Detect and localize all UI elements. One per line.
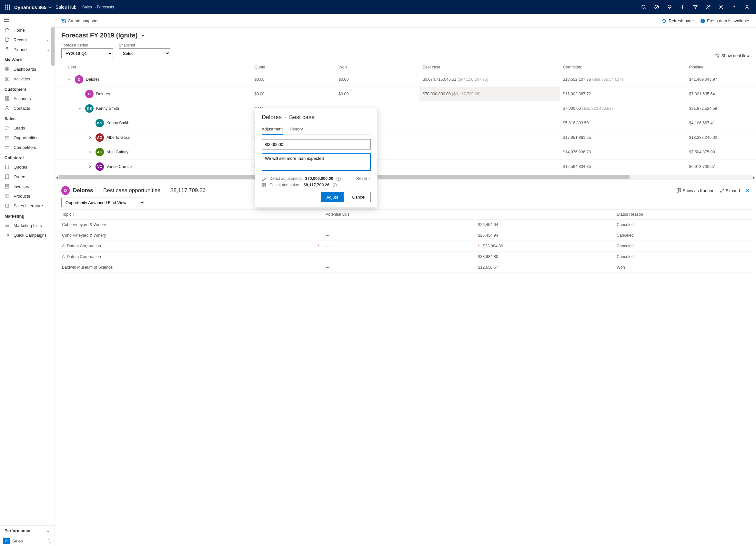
add-icon[interactable]	[676, 0, 689, 14]
expand-icon[interactable]	[68, 78, 72, 81]
show-kanban-button[interactable]: Show as Kanban	[677, 188, 714, 193]
info-icon[interactable]: i	[337, 177, 341, 181]
app-launcher-icon[interactable]	[3, 2, 13, 12]
refresh-button[interactable]: Refresh page	[661, 18, 694, 24]
table-row[interactable]: A. Datum Corporation * --- * $33,984.80 …	[59, 241, 752, 251]
table-row[interactable]: KSKenny Smith $0.00 $5,816,803.50 $4,106…	[55, 116, 756, 130]
cell-best[interactable]	[419, 116, 560, 130]
lightbulb-icon[interactable]	[663, 0, 676, 14]
tab-adjustment[interactable]: Adjustment	[262, 125, 283, 135]
nav-quotes[interactable]: Quotes	[0, 162, 55, 172]
nav-marketing-lists[interactable]: Marketing Lists	[0, 220, 55, 230]
app-name[interactable]: Sales Hub	[55, 5, 76, 10]
gear-icon[interactable]	[715, 0, 728, 14]
adjustment-value-input[interactable]	[262, 139, 371, 149]
svg-point-28	[6, 106, 8, 108]
close-icon[interactable]	[746, 188, 750, 192]
col-committed[interactable]: Committed	[560, 62, 686, 72]
brand-label[interactable]: Dynamics 365	[14, 5, 46, 10]
breadcrumb-sales[interactable]: Sales	[82, 5, 92, 9]
col-won[interactable]: Won	[335, 62, 419, 72]
expand-icon[interactable]	[88, 136, 93, 139]
nav-home[interactable]: Home	[0, 25, 55, 35]
col-best[interactable]: Best case	[419, 62, 560, 72]
hamburger-icon[interactable]	[0, 14, 55, 25]
cell-best[interactable]	[419, 159, 560, 174]
cancel-button[interactable]: Cancel	[347, 192, 371, 202]
svg-point-1	[7, 5, 8, 6]
nav-accounts[interactable]: Accounts	[0, 94, 55, 103]
nav-competitors[interactable]: Competitors	[0, 142, 55, 152]
cell-best[interactable]	[419, 101, 560, 116]
col-revenue[interactable]	[475, 209, 613, 219]
col-status[interactable]: Status Reason	[613, 209, 752, 219]
table-row[interactable]: AGAbel Gainey $0.00 $14,976,936.73 $7,50…	[55, 145, 756, 159]
nav-leads[interactable]: Leads	[0, 123, 55, 133]
adjust-button[interactable]: Adjust	[321, 192, 343, 202]
table-row[interactable]: KSKenny Smith $0.00 $7,000.00($51,310,43…	[55, 101, 756, 116]
area-badge: S	[3, 538, 10, 544]
tab-history[interactable]: History	[290, 125, 303, 134]
cell-pipeline: $6,973,736.07	[686, 159, 756, 174]
table-row[interactable]: AGAlberto Gass $0.00 $17,951,861.55 $13,…	[55, 130, 756, 145]
snapshot-select[interactable]: Select	[119, 48, 170, 58]
help-icon[interactable]	[728, 0, 741, 14]
search-icon[interactable]	[637, 0, 650, 14]
cell-customer: ---	[322, 251, 475, 262]
create-snapshot-button[interactable]: Create snapshot	[61, 18, 98, 23]
table-row[interactable]: DDelores $0.00 $0.00 $3,074,715,045.51($…	[55, 72, 756, 87]
nav-saleslit[interactable]: Sales Literature	[0, 201, 55, 210]
nav-dashboards[interactable]: Dashboards	[0, 64, 55, 74]
table-row[interactable]: Coho Vineyard & Winery --- $26,454.94 Ca…	[59, 219, 752, 230]
table-row[interactable]: Coho Vineyard & Winery --- $26,454.94 Ca…	[59, 230, 752, 241]
nav-products[interactable]: Products	[0, 191, 55, 201]
info-icon[interactable]: i	[333, 183, 337, 187]
col-pipeline[interactable]: Pipeline	[686, 62, 756, 72]
task-icon[interactable]	[650, 0, 663, 14]
cell-best[interactable]	[419, 130, 560, 145]
view-select[interactable]: Opportunity Advanced Find View	[61, 197, 145, 207]
breadcrumb-forecasts[interactable]: Forecasts	[97, 5, 114, 9]
nav-activities[interactable]: Activities	[0, 74, 55, 84]
col-topic[interactable]: Topic ↑	[59, 209, 322, 219]
chevron-down-icon[interactable]	[48, 5, 52, 9]
cell-best[interactable]	[419, 145, 560, 159]
nav-recent[interactable]: Recent⌄	[0, 35, 55, 45]
col-quota[interactable]: Quota	[251, 62, 335, 72]
expand-icon[interactable]	[88, 150, 93, 154]
expand-button[interactable]: Expand	[720, 188, 740, 193]
col-customer[interactable]: Potential Cus	[322, 209, 475, 219]
table-row[interactable]: VCVance Carrico $0.00 $12,564,834.85 $6,…	[55, 159, 756, 174]
table-row[interactable]: DDelores $0.00 $0.00 $70,000,000.00($8,1…	[55, 87, 756, 101]
cell-best[interactable]: $3,074,715,045.51($44,150,247.75)	[419, 72, 560, 87]
sidebar-scrollbar[interactable]	[51, 27, 55, 66]
cell-best[interactable]: $70,000,000.00($8,117,709.26)	[419, 87, 560, 101]
user-name: Delores	[86, 77, 100, 82]
nav-orders[interactable]: Orders	[0, 172, 55, 181]
nav-pinned[interactable]: Pinned⌄	[0, 45, 55, 54]
global-nav: Dynamics 365 Sales Hub Sales › Forecasts	[0, 0, 756, 14]
filter-icon[interactable]	[689, 0, 702, 14]
col-user[interactable]: User	[55, 62, 251, 72]
nav-opportunities[interactable]: Opportunities	[0, 133, 55, 142]
expand-icon[interactable]	[88, 165, 93, 168]
nav-contacts[interactable]: Contacts	[0, 103, 55, 113]
user-icon[interactable]	[741, 0, 753, 14]
table-row[interactable]: Baldwin Museum of Science --- $12,656.57…	[59, 262, 752, 273]
nav-label: Invoices	[14, 184, 29, 189]
nav-quick-campaigns[interactable]: Quick Campaigns	[0, 230, 55, 240]
reset-button[interactable]: Reset	[356, 176, 371, 181]
people-icon[interactable]	[702, 0, 715, 14]
table-row[interactable]: A. Datum Corporation --- $33,984.80 Canc…	[59, 251, 752, 262]
adjustment-note-input[interactable]	[262, 153, 371, 171]
nav-group-performance[interactable]: Performance⌄	[0, 526, 55, 536]
period-select[interactable]: FY2019 Q1	[61, 48, 113, 58]
grid-hscroll[interactable]: ◂▸	[57, 175, 753, 180]
chevron-down-icon[interactable]	[141, 33, 145, 38]
expand-icon[interactable]	[78, 107, 83, 110]
nav-label: Leads	[14, 126, 25, 130]
svg-rect-26	[5, 77, 9, 81]
show-deal-flow-button[interactable]: Show deal flow	[714, 53, 750, 58]
nav-invoices[interactable]: Invoices	[0, 181, 55, 191]
area-switcher[interactable]: S Sales ⇅	[0, 536, 55, 546]
